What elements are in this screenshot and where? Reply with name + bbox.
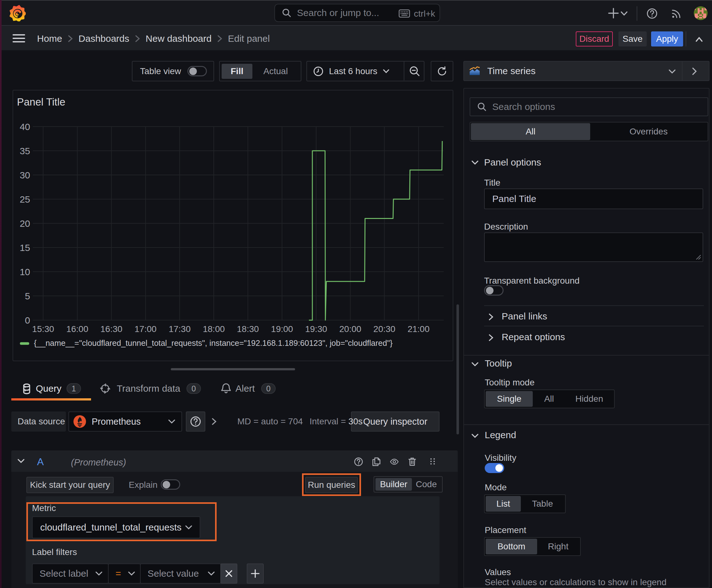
svg-text:19:00: 19:00 (271, 324, 293, 334)
svg-text:5: 5 (25, 291, 30, 301)
svg-text:10: 10 (20, 267, 30, 277)
svg-text:25: 25 (20, 194, 30, 205)
svg-text:19:30: 19:30 (305, 324, 327, 334)
svg-text:15: 15 (20, 243, 30, 253)
svg-text:40: 40 (20, 122, 30, 132)
svg-text:0: 0 (25, 315, 30, 326)
svg-text:30: 30 (20, 170, 30, 180)
svg-text:16:30: 16:30 (101, 324, 123, 334)
svg-text:20:00: 20:00 (339, 324, 361, 334)
svg-text:17:30: 17:30 (169, 324, 191, 334)
svg-text:20:30: 20:30 (373, 324, 395, 334)
svg-text:21:00: 21:00 (408, 324, 429, 334)
svg-text:17:00: 17:00 (135, 324, 157, 334)
svg-text:35: 35 (20, 146, 30, 156)
svg-text:16:00: 16:00 (66, 324, 88, 334)
svg-text:15:30: 15:30 (32, 324, 54, 334)
svg-text:{__name__="cloudflared_tunnel_: {__name__="cloudflared_tunnel_total_requ… (34, 339, 393, 348)
svg-text:18:30: 18:30 (237, 324, 259, 334)
svg-text:20: 20 (20, 218, 30, 229)
svg-text:18:00: 18:00 (203, 324, 225, 334)
